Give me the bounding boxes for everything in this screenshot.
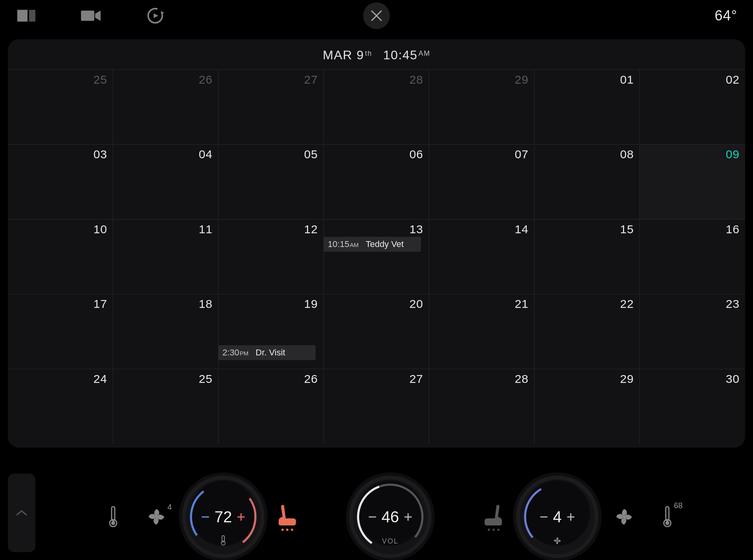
top-bar: 64° <box>0 0 753 31</box>
layout-icon[interactable] <box>16 5 37 26</box>
svg-marker-5 <box>154 13 158 18</box>
calendar-day-cell[interactable]: 02 <box>640 70 745 145</box>
calendar-day-cell[interactable]: 29 <box>534 369 640 444</box>
day-number: 22 <box>620 297 634 311</box>
refresh-icon[interactable] <box>145 5 166 26</box>
day-number: 05 <box>304 148 318 161</box>
calendar-day-cell[interactable]: 192:30PMDr. Visit <box>219 294 324 369</box>
left-fan-icon[interactable]: 4 <box>143 507 170 526</box>
calendar-ampm: AM <box>419 49 430 57</box>
calendar-day-cell[interactable]: 05 <box>219 145 324 219</box>
passenger-fan-subicon <box>553 536 562 545</box>
calendar-day-cell[interactable]: 08 <box>534 145 640 219</box>
svg-rect-0 <box>17 10 28 22</box>
calendar-day-cell[interactable]: 28 <box>324 70 429 145</box>
day-number: 23 <box>726 297 740 311</box>
calendar-day-cell[interactable]: 16 <box>640 220 745 294</box>
volume-dial[interactable]: − 46 + VOL <box>353 479 428 554</box>
day-number: 26 <box>304 372 318 386</box>
calendar-day-cell[interactable]: 29 <box>429 70 534 145</box>
day-number: 19 <box>304 297 318 311</box>
day-number: 17 <box>94 297 107 311</box>
passenger-fan-plus[interactable]: + <box>566 509 575 525</box>
calendar-day-cell[interactable]: 07 <box>429 145 534 219</box>
passenger-fan-minus[interactable]: − <box>540 509 548 525</box>
fan-icon <box>553 536 562 545</box>
seat-heat-level <box>488 529 500 531</box>
svg-point-17 <box>556 540 558 542</box>
day-number: 09 <box>726 148 740 161</box>
volume-minus[interactable]: − <box>368 509 377 525</box>
calendar-day-cell[interactable]: 12 <box>219 220 324 294</box>
calendar-event[interactable]: 10:15AMTeddy Vet <box>324 237 421 252</box>
day-number: 18 <box>199 297 213 311</box>
svg-point-18 <box>622 515 626 519</box>
dashcam-icon[interactable] <box>80 5 101 26</box>
passenger-seat-heater[interactable] <box>483 503 504 531</box>
right-temp-icon[interactable]: 68 <box>654 506 681 528</box>
calendar-day-cell[interactable]: 06 <box>324 145 429 219</box>
calendar-day-cell[interactable]: 17 <box>8 294 113 369</box>
calendar-day-cell[interactable]: 24 <box>8 369 113 444</box>
right-temp-badge: 68 <box>674 501 683 510</box>
day-number: 28 <box>515 372 529 386</box>
day-number: 28 <box>410 73 423 86</box>
calendar-day-cell[interactable]: 09 <box>640 145 745 219</box>
left-temp-icon[interactable] <box>99 506 127 528</box>
svg-point-8 <box>111 521 115 525</box>
day-number: 03 <box>94 148 107 161</box>
fan-icon <box>615 507 634 526</box>
driver-temp-dial[interactable]: − 72 + <box>186 479 261 554</box>
driver-temp-minus[interactable]: − <box>201 509 210 525</box>
svg-rect-6 <box>112 507 115 521</box>
day-number: 06 <box>410 148 423 161</box>
day-number: 01 <box>620 73 634 86</box>
calendar-day-cell[interactable]: 04 <box>113 145 219 219</box>
calendar-day-cell[interactable]: 20 <box>324 294 429 369</box>
calendar-day-cell[interactable]: 14 <box>429 220 534 294</box>
passenger-fan-controls: − 4 + <box>540 508 575 526</box>
calendar-day-cell[interactable]: 30 <box>640 369 745 444</box>
calendar-event[interactable]: 2:30PMDr. Visit <box>219 345 316 360</box>
seat-heated-icon <box>276 503 298 526</box>
calendar-time: 10:45 <box>383 48 418 62</box>
calendar-day-cell[interactable]: 22 <box>534 294 640 369</box>
passenger-fan-dial[interactable]: − 4 + <box>520 479 595 554</box>
day-number: 12 <box>304 223 318 236</box>
volume-plus[interactable]: + <box>404 509 412 525</box>
calendar-day-cell[interactable]: 23 <box>640 294 745 369</box>
close-icon <box>370 9 383 22</box>
calendar-day-cell[interactable]: 15 <box>534 220 640 294</box>
driver-temp-value: 72 <box>215 508 232 526</box>
chevron-up-icon <box>16 509 27 516</box>
expand-dock-button[interactable] <box>8 474 35 552</box>
day-number: 04 <box>199 148 213 161</box>
outside-temperature[interactable]: 64° <box>715 7 737 24</box>
driver-temp-plus[interactable]: + <box>237 509 245 525</box>
driver-seat-heater[interactable] <box>276 503 298 531</box>
calendar-day-cell[interactable]: 28 <box>429 369 534 444</box>
calendar-header: MAR 9th 10:45AM <box>8 39 745 70</box>
calendar-day-cell[interactable]: 27 <box>324 369 429 444</box>
calendar-month: MAR <box>323 48 353 62</box>
calendar-day-cell[interactable]: 18 <box>113 294 219 369</box>
event-title: Teddy Vet <box>366 239 404 249</box>
calendar-day-cell[interactable]: 1310:15AMTeddy Vet <box>324 220 429 294</box>
calendar-day-cell[interactable]: 27 <box>219 70 324 145</box>
passenger-fan-value: 4 <box>553 508 562 526</box>
day-number: 08 <box>620 148 634 161</box>
calendar-day-cell[interactable]: 26 <box>219 369 324 444</box>
day-number: 10 <box>94 223 107 236</box>
close-button[interactable] <box>363 2 390 29</box>
calendar-day-cell[interactable]: 11 <box>113 220 219 294</box>
right-fan-icon[interactable] <box>610 507 638 526</box>
calendar-day-cell[interactable]: 25 <box>8 70 113 145</box>
calendar-day-cell[interactable]: 21 <box>429 294 534 369</box>
calendar-day-cell[interactable]: 10 <box>8 220 113 294</box>
calendar-day-cell[interactable]: 26 <box>113 70 219 145</box>
svg-point-21 <box>665 521 669 525</box>
calendar-day-cell[interactable]: 01 <box>534 70 640 145</box>
calendar-day-cell[interactable]: 03 <box>8 145 113 219</box>
day-number: 25 <box>199 372 213 386</box>
calendar-day-cell[interactable]: 25 <box>113 369 219 444</box>
